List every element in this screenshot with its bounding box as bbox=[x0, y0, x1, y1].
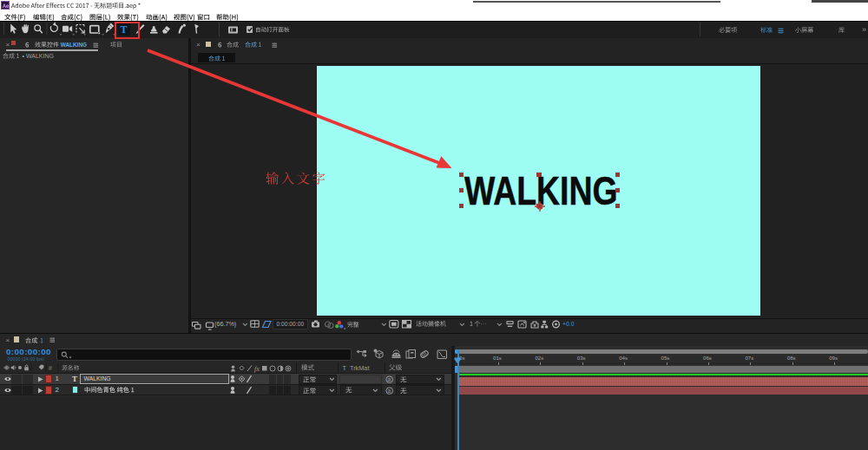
svg-text:#: # bbox=[49, 364, 53, 372]
svg-text:a: a bbox=[388, 388, 391, 394]
svg-text:a: a bbox=[388, 376, 391, 382]
svg-text:fx: fx bbox=[254, 365, 260, 373]
